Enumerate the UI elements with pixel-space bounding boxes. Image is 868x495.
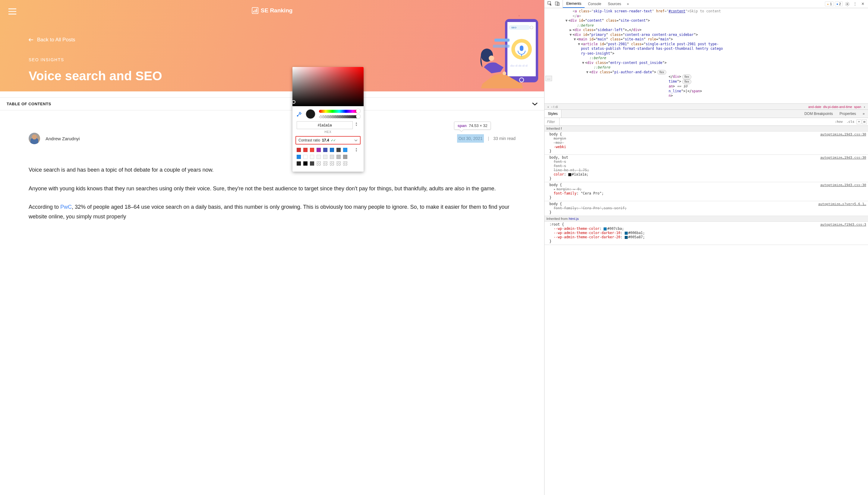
dom-line[interactable]: ▼<main id="main" class="site-main" role=… <box>545 37 868 42</box>
palette-swatch[interactable] <box>330 148 334 152</box>
hamburger-menu-icon[interactable] <box>8 8 16 16</box>
dom-line[interactable]: an> == $0 <box>545 84 868 89</box>
cls-toggle[interactable]: .cls <box>845 119 856 124</box>
dom-line[interactable]: ▼<div class="entry-content post_inside"> <box>545 61 868 66</box>
contrast-expand-icon[interactable] <box>354 138 358 142</box>
device-toolbar-icon[interactable] <box>555 1 560 7</box>
crumb-selected[interactable]: span <box>853 105 862 108</box>
dom-line[interactable]: ▼<article id="post-2981" class="single-a… <box>545 42 868 47</box>
source-link[interactable]: autoptimize…19d3.css:30 <box>820 156 866 159</box>
tab-styles[interactable]: Styles <box>545 110 561 118</box>
palette-swatch[interactable] <box>343 155 347 159</box>
computed-toggle-icon[interactable] <box>862 119 867 124</box>
tab-elements[interactable]: Elements <box>563 0 585 8</box>
palette-swatch[interactable] <box>297 161 301 166</box>
dom-line[interactable]: post status-publish format-standard has-… <box>545 47 868 51</box>
source-link[interactable]: autoptimize…19d3.css:30 <box>820 183 866 187</box>
back-to-posts-link[interactable]: Back to All Posts <box>29 37 162 43</box>
crumb[interactable]: and-date <box>808 105 822 108</box>
more-options-icon[interactable]: ⋮ <box>852 2 858 6</box>
palette-swatch[interactable] <box>303 148 307 152</box>
alpha-thumb[interactable] <box>356 114 360 119</box>
palette-swatch[interactable] <box>323 161 327 166</box>
saturation-cursor[interactable] <box>292 100 296 104</box>
source-link[interactable]: autoptimize…19d3.css:30 <box>820 133 866 136</box>
palette-swatch[interactable] <box>323 155 327 159</box>
dom-line[interactable]: ▼<div id="primary" class="content-area c… <box>545 33 868 37</box>
palette-swatch[interactable] <box>336 161 341 166</box>
hue-thumb[interactable] <box>356 109 360 113</box>
author-name[interactable]: Andrew Zarudnyi <box>46 136 79 141</box>
dom-line[interactable]: ▶<div class="sidebar-left">…</div> <box>545 28 868 33</box>
palette-swatch[interactable] <box>303 155 307 159</box>
tab-properties[interactable]: Properties <box>836 110 860 118</box>
color-picker-popover[interactable]: #1a1a1a ▲▼ HEX Contrast ratio 17.4 ✓✓ ▲▼ <box>293 67 364 172</box>
source-link[interactable]: autoptimize…f19d3.css:3 <box>820 223 866 226</box>
palette-swatch[interactable] <box>317 155 321 159</box>
issues-badge[interactable]: 2 <box>835 1 843 6</box>
palette-swatch[interactable] <box>323 148 327 152</box>
dom-line[interactable]: n_line">|</span> <box>545 89 868 94</box>
hex-input[interactable]: #1a1a1a <box>297 121 353 129</box>
palette-swatch[interactable] <box>297 148 301 152</box>
contrast-ratio-row[interactable]: Contrast ratio 17.4 ✓✓ <box>296 136 360 144</box>
palette-swatch[interactable] <box>343 148 347 152</box>
format-switch-arrows[interactable]: ▲▼ <box>355 122 359 129</box>
warnings-badge[interactable]: 1 <box>825 1 834 6</box>
dom-line[interactable]: <a class="skip-link screen-reader-text" … <box>545 9 868 14</box>
dom-line[interactable]: ry-seo-insight"> <box>545 51 868 56</box>
tab-dom-breakpoints[interactable]: DOM Breakpoints <box>801 110 836 118</box>
tab-console[interactable]: Console <box>585 0 604 8</box>
tabs-more[interactable]: » <box>624 0 631 8</box>
palette-swatch[interactable] <box>310 148 314 152</box>
close-devtools-icon[interactable]: × <box>860 1 866 7</box>
dom-line[interactable]: ▼<div id="content" class="site-content"> <box>545 18 868 23</box>
dom-line[interactable]: ::before <box>545 56 868 61</box>
styles-body[interactable]: Inherited fautoptimize…19d3.css:30body {… <box>545 126 868 495</box>
site-logo[interactable]: SE Ranking <box>252 7 293 14</box>
crumb-scroll-left[interactable]: ‹ <box>546 105 551 108</box>
dom-line[interactable]: </div>flex <box>545 74 868 79</box>
author-avatar[interactable] <box>29 133 40 144</box>
table-of-contents-toggle[interactable]: TABLE OF CONTENTS <box>0 98 544 110</box>
inspect-element-icon[interactable] <box>548 1 552 7</box>
css-rule[interactable]: autoptimize…s?ver=5.6.1…body {font-famil… <box>545 201 868 216</box>
css-rule[interactable]: autoptimize…f19d3.css:3:root {--wp-admin… <box>545 222 868 245</box>
hov-toggle[interactable]: :hov <box>833 119 845 124</box>
palette-swatch[interactable] <box>310 161 314 166</box>
palette-swatch[interactable] <box>317 161 321 166</box>
dom-breadcrumb[interactable]: ‹ ‹ t di and-date div.pi-date-and-time s… <box>545 103 868 110</box>
alpha-slider[interactable] <box>319 115 359 118</box>
dom-line[interactable]: n> <box>545 93 868 98</box>
css-rule[interactable]: autoptimize…19d3.css:30body, butfont-sfo… <box>545 155 868 182</box>
crumb-scroll-right[interactable]: › <box>862 105 867 108</box>
css-rule[interactable]: autoptimize…19d3.css:30body {▸margin: ▸ … <box>545 182 868 201</box>
pwc-link[interactable]: PwC <box>60 204 72 210</box>
new-style-rule-button[interactable]: + <box>856 119 861 124</box>
tab-sources[interactable]: Sources <box>604 0 624 8</box>
settings-gear-icon[interactable] <box>844 2 851 6</box>
styles-filter-input[interactable]: Filter <box>545 118 560 125</box>
palette-swatch[interactable] <box>303 161 307 166</box>
dom-tree[interactable]: <a class="skip-link screen-reader-text" … <box>545 8 868 103</box>
palette-switch-arrows[interactable]: ▲▼ <box>355 148 359 152</box>
palette-swatch[interactable] <box>330 155 334 159</box>
palette-swatch[interactable] <box>343 161 347 166</box>
css-rule[interactable]: autoptimize…19d3.css:30body {margin-moz-… <box>545 132 868 155</box>
source-link[interactable]: autoptimize…s?ver=5.6.1… <box>818 202 866 206</box>
dom-line[interactable]: time">flex <box>545 79 868 84</box>
dom-line[interactable]: </a> <box>545 14 868 19</box>
palette-swatch[interactable] <box>336 155 341 159</box>
eyedropper-icon[interactable] <box>297 111 302 117</box>
styles-tabs-more[interactable]: » <box>859 110 868 118</box>
dom-line[interactable]: ::before <box>545 65 868 70</box>
palette-swatch[interactable] <box>317 148 321 152</box>
palette-swatch[interactable] <box>330 161 334 166</box>
crumb[interactable]: div.pi-date-and-time <box>822 105 853 108</box>
palette-swatch[interactable] <box>297 155 301 159</box>
palette-swatch[interactable] <box>310 155 314 159</box>
hue-slider[interactable] <box>319 110 359 113</box>
dom-line[interactable]: ▼<div class="pi-author-and-date">flex <box>545 70 868 75</box>
saturation-field[interactable] <box>293 67 364 106</box>
palette-swatch[interactable] <box>336 148 341 152</box>
